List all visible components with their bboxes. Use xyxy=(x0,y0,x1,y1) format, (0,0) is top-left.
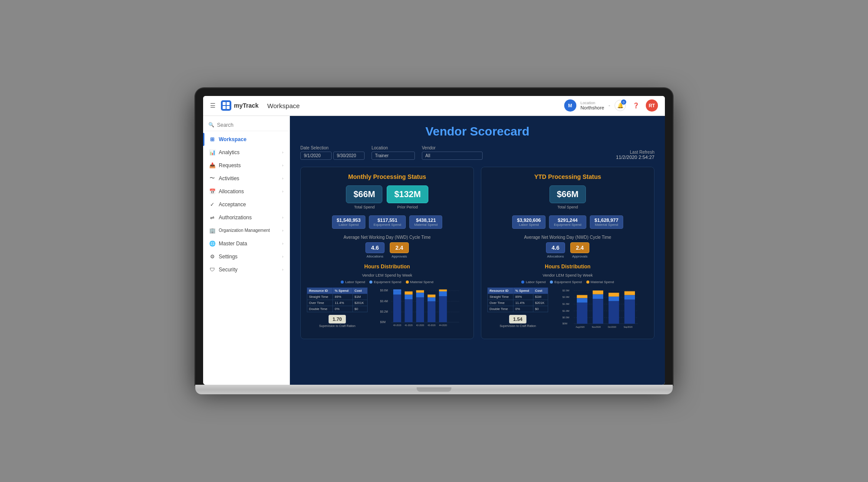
svg-rect-22 xyxy=(439,289,447,291)
ytd-cell-3-2: 0% xyxy=(513,306,533,312)
laptop-notch xyxy=(417,387,451,392)
ytd-table-row: Over Time 11.4% $201K xyxy=(488,300,548,306)
monthly-total-spend-box: $66M xyxy=(346,185,382,203)
svg-rect-12 xyxy=(404,294,412,299)
svg-rect-43 xyxy=(593,299,603,324)
date-end-input[interactable] xyxy=(333,152,365,160)
sidebar-item-allocations[interactable]: 📅 Allocations › xyxy=(203,185,289,198)
ytd-cell-3-3: $0 xyxy=(533,306,548,312)
date-inputs xyxy=(300,152,365,160)
legend-material-dot xyxy=(406,281,409,284)
authorizations-icon: ⇌ xyxy=(209,215,215,221)
sidebar-item-activities[interactable]: 〜 Activities › xyxy=(203,172,289,185)
avatar-m[interactable]: M xyxy=(564,99,576,112)
sidebar-item-org-mgmt[interactable]: 🏢 Organization Management › xyxy=(203,224,289,237)
monthly-labor-label: Labor Spend xyxy=(337,223,361,227)
bell-button[interactable]: 🔔 0 xyxy=(615,100,626,111)
sidebar-label-analytics: Analytics xyxy=(219,149,240,155)
svg-rect-15 xyxy=(416,292,424,297)
sidebar-item-acceptance[interactable]: ✓ Acceptance xyxy=(203,198,289,211)
cell-2-1: Over Time xyxy=(307,300,333,306)
sidebar: 🔍 ⊞ Workspace 📊 Analytics › xyxy=(203,116,290,385)
ytd-supervision-box: 1.54 xyxy=(509,315,526,324)
ytd-cycle-metrics: 4.6 Allocations 2.4 Approvals xyxy=(487,242,648,258)
svg-text:Nov/2020: Nov/2020 xyxy=(592,326,601,328)
svg-text:41-2020: 41-2020 xyxy=(404,324,413,327)
app-container: ☰ myTrack Workspace M xyxy=(203,96,665,385)
nav-location: Location Northshore xyxy=(581,101,604,110)
ytd-legend-labor-dot xyxy=(521,281,524,284)
legend-material-label: Material Spend xyxy=(410,280,434,284)
sidebar-item-requests[interactable]: 📥 Requests › xyxy=(203,159,289,172)
sidebar-item-analytics[interactable]: 📊 Analytics › xyxy=(203,146,289,159)
svg-rect-9 xyxy=(393,291,401,294)
svg-rect-14 xyxy=(416,297,424,322)
top-nav: ☰ myTrack Workspace M xyxy=(203,96,665,116)
sidebar-item-security[interactable]: 🛡 Security › xyxy=(203,263,289,276)
svg-rect-11 xyxy=(404,299,412,322)
ytd-supervision: 1.54 Supervision to Craft Ration xyxy=(487,315,548,327)
filters-row: Date Selection Location xyxy=(300,145,654,160)
sidebar-label-acceptance: Acceptance xyxy=(219,201,246,208)
svg-rect-51 xyxy=(625,291,635,295)
page-title: Vendor Scorecard xyxy=(300,125,654,139)
ytd-sub-metrics: $3,920,606 Labor Spend $291,244 Equipmen… xyxy=(487,215,648,229)
ytd-material-label: Material Spend xyxy=(595,223,618,227)
ytd-material-value: $1,628,977 xyxy=(595,218,618,223)
activities-chevron: › xyxy=(282,176,283,181)
svg-text:$0M: $0M xyxy=(562,322,567,325)
svg-rect-50 xyxy=(625,295,635,299)
svg-rect-41 xyxy=(577,298,587,302)
ytd-legend-material-label: Material Spend xyxy=(591,280,614,284)
nav-dash: - xyxy=(608,102,610,109)
ytd-chart-table: Resource ID % Spend Cost S xyxy=(487,287,548,333)
svg-text:$2.5M: $2.5M xyxy=(562,289,569,291)
legend-equipment: Equipment Spend xyxy=(369,280,401,284)
laptop-base xyxy=(195,385,673,394)
ytd-title: YTD Processing Status xyxy=(487,173,648,180)
screen: ☰ myTrack Workspace M xyxy=(203,96,665,385)
sidebar-item-authorizations[interactable]: ⇌ Authorizations › xyxy=(203,211,289,224)
vendor-filter-input[interactable] xyxy=(422,152,483,160)
security-icon: 🛡 xyxy=(209,267,215,273)
ytd-approvals-box: 2.4 xyxy=(570,242,589,253)
monthly-prior-period: $132M Prior Period xyxy=(387,185,428,209)
activities-icon: 〜 xyxy=(209,175,215,182)
monthly-chart-container: Resource ID % Spend Cost S xyxy=(307,287,467,333)
avatar-rt[interactable]: RT xyxy=(646,99,658,112)
location-filter-input[interactable] xyxy=(372,152,415,160)
svg-rect-19 xyxy=(427,294,435,297)
ytd-equipment-label: Equipment Spend xyxy=(554,223,582,227)
legend-labor-dot xyxy=(341,281,344,284)
date-filter-label: Date Selection xyxy=(300,145,365,150)
svg-text:$2.0M: $2.0M xyxy=(562,296,569,298)
help-button[interactable]: ❓ xyxy=(630,100,641,111)
monthly-total-spend: $66M Total Spend xyxy=(346,185,382,209)
search-input[interactable] xyxy=(217,122,284,128)
svg-rect-47 xyxy=(608,296,619,300)
ytd-cell-1-2: 89% xyxy=(513,294,533,300)
logo-dot-3 xyxy=(223,106,226,109)
col-pct: % Spend xyxy=(333,287,352,294)
screen-bezel: ☰ myTrack Workspace M xyxy=(195,88,673,385)
monthly-big-metrics: $66M Total Spend $132M Prior Period xyxy=(307,185,467,209)
last-refresh: Last Refresh 11/2/2020 2:54:27 xyxy=(616,150,654,160)
vendor-filter-group: Vendor xyxy=(422,145,483,160)
svg-text:$0.6M: $0.6M xyxy=(380,289,388,292)
monthly-cycle-metrics: 4.6 Allocations 2.4 Approvals xyxy=(307,242,467,258)
requests-icon: 📥 xyxy=(209,162,215,168)
allocations-chevron: › xyxy=(282,189,283,194)
ytd-labor-value: $3,920,606 xyxy=(517,218,541,223)
analytics-icon: 📊 xyxy=(209,149,215,155)
sidebar-item-workspace[interactable]: ⊞ Workspace xyxy=(203,133,289,146)
security-chevron: › xyxy=(282,267,283,272)
svg-rect-44 xyxy=(593,294,603,298)
svg-text:$0.2M: $0.2M xyxy=(380,310,388,313)
sidebar-item-master-data[interactable]: 🌐 Master Data › xyxy=(203,237,289,250)
svg-rect-48 xyxy=(608,293,619,297)
sidebar-item-settings[interactable]: ⚙ Settings › xyxy=(203,250,289,263)
acceptance-icon: ✓ xyxy=(209,201,215,208)
table-row: Double Time 0% $0 xyxy=(307,306,368,312)
hamburger-icon[interactable]: ☰ xyxy=(210,102,216,109)
date-start-input[interactable] xyxy=(300,152,332,160)
